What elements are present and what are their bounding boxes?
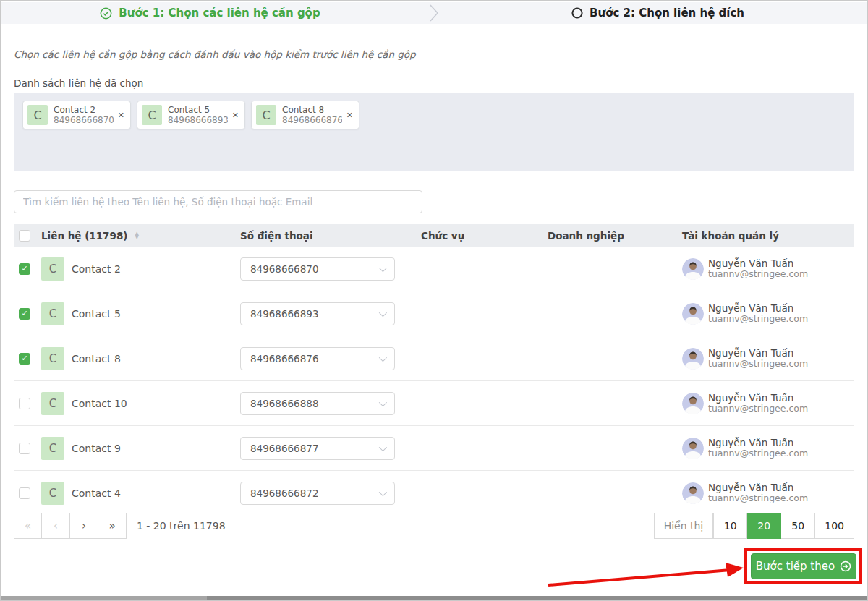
phone-value: 84968666872	[250, 487, 318, 499]
empty-circle-icon	[571, 7, 583, 19]
chip-contact-name: Contact 8	[282, 105, 342, 115]
checkbox-cell	[14, 487, 41, 499]
table-row: CContact 1084968666888Nguyễn Văn Tuấntua…	[14, 381, 854, 426]
account-name: Nguyễn Văn Tuấn	[708, 482, 808, 493]
prev-page-button[interactable]: ‹	[42, 513, 70, 539]
contact-avatar: C	[256, 105, 276, 125]
account-name: Nguyễn Văn Tuấn	[708, 438, 808, 448]
table-row: ✓CContact 884968666876Nguyễn Văn Tuấntua…	[14, 336, 854, 381]
step-2-tab[interactable]: Bước 2: Chọn liên hệ đích	[448, 7, 867, 20]
checkbox-cell	[14, 443, 41, 454]
account-name: Nguyễn Văn Tuấn	[708, 348, 808, 359]
phone-cell: 84968666893	[240, 302, 421, 325]
phone-value: 84968666888	[250, 398, 318, 409]
phone-select[interactable]: 84968666872	[240, 482, 395, 505]
remove-chip-button[interactable]: ✕	[118, 111, 124, 120]
checkbox-cell: ✓	[14, 263, 41, 275]
pagination-bar: « ‹ › » 1 - 20 trên 11798 Hiển thị 10205…	[1, 512, 867, 539]
contact-name: Contact 5	[72, 308, 121, 320]
account-cell: Nguyễn Văn Tuấntuannv@stringee.com	[671, 482, 854, 504]
header-company: Doanh nghiệp	[548, 230, 671, 242]
step-1-tab[interactable]: Bước 1: Chọn các liên hệ cần gộp	[1, 7, 420, 20]
account-email: tuannv@stringee.com	[708, 359, 808, 369]
instruction-text: Chọn các liên hệ cần gộp bằng cách đánh …	[14, 48, 854, 60]
account-email: tuannv@stringee.com	[708, 269, 808, 279]
contact-name: Contact 9	[72, 443, 121, 454]
contact-name: Contact 10	[72, 398, 127, 409]
sort-icon[interactable]: ▲▼	[135, 232, 138, 239]
phone-select[interactable]: 84968666893	[240, 302, 395, 325]
search-input[interactable]	[14, 190, 422, 213]
account-text: Nguyễn Văn Tuấntuannv@stringee.com	[708, 258, 808, 279]
row-checkbox[interactable]: ✓	[19, 263, 30, 275]
row-checkbox[interactable]	[19, 443, 30, 454]
page-size-100[interactable]: 100	[815, 513, 854, 539]
next-step-button[interactable]: Bước tiếp theo	[751, 553, 856, 579]
account-avatar	[682, 482, 704, 504]
row-checkbox[interactable]	[19, 398, 30, 409]
phone-cell: 84968666888	[240, 392, 421, 415]
table-row: CContact 984968666877Nguyễn Văn Tuấntuan…	[14, 426, 854, 471]
chip-contact-phone: 84968666870	[54, 115, 114, 125]
steps-divider-chevron-icon	[420, 4, 448, 22]
chip-info: Contact 884968666876	[282, 105, 342, 125]
annotation-arrow	[540, 558, 757, 591]
account-name: Nguyễn Văn Tuấn	[708, 303, 808, 314]
contact-avatar: C	[41, 302, 64, 325]
selected-contact-chip: CContact 284968666870✕	[22, 101, 131, 129]
contact-cell: CContact 9	[41, 437, 240, 460]
chip-contact-phone: 84968666893	[168, 115, 228, 125]
contact-name: Contact 4	[72, 487, 121, 499]
selected-contact-chip: CContact 584968666893✕	[137, 101, 245, 129]
page-size-20[interactable]: 20	[747, 513, 781, 539]
row-checkbox[interactable]: ✓	[19, 353, 30, 365]
phone-value: 84968666870	[250, 263, 318, 275]
table-row: CContact 484968666872Nguyễn Văn Tuấntuan…	[14, 471, 854, 516]
merge-contacts-wizard: Bước 1: Chọn các liên hệ cần gộp Bước 2:…	[0, 0, 868, 601]
remove-chip-button[interactable]: ✕	[346, 111, 353, 120]
chip-info: Contact 284968666870	[54, 105, 114, 125]
page-size-10[interactable]: 10	[713, 513, 747, 539]
phone-select[interactable]: 84968666876	[240, 347, 395, 370]
contacts-table: Liên hệ (11798) ▲▼ Số điện thoại Chức vụ…	[14, 224, 854, 516]
chevron-down-icon	[379, 263, 387, 271]
selected-contact-chip: CContact 884968666876✕	[251, 101, 359, 129]
phone-select[interactable]: 84968666870	[240, 257, 395, 281]
row-checkbox[interactable]	[19, 487, 30, 499]
account-cell: Nguyễn Văn Tuấntuannv@stringee.com	[671, 303, 854, 325]
chevron-down-icon	[379, 398, 387, 406]
contact-avatar: C	[41, 392, 64, 415]
header-contact: Liên hệ (11798)	[41, 230, 127, 242]
contact-name: Contact 2	[72, 263, 121, 275]
contact-cell: CContact 4	[41, 482, 240, 505]
account-text: Nguyễn Văn Tuấntuannv@stringee.com	[708, 482, 808, 503]
page-size-50[interactable]: 50	[781, 513, 815, 539]
contact-avatar: C	[41, 257, 64, 281]
next-step-label: Bước tiếp theo	[756, 560, 835, 573]
search-wrap	[14, 190, 854, 213]
chevron-down-icon	[379, 308, 387, 316]
step-2-label: Bước 2: Chọn liên hệ đích	[590, 7, 744, 20]
last-page-button[interactable]: »	[98, 513, 127, 539]
header-phone: Số điện thoại	[240, 230, 421, 242]
phone-value: 84968666893	[250, 308, 318, 320]
account-avatar	[682, 303, 704, 325]
chevron-down-icon	[379, 353, 387, 361]
row-checkbox[interactable]: ✓	[19, 308, 30, 320]
phone-cell: 84968666870	[240, 257, 421, 281]
account-text: Nguyễn Văn Tuấntuannv@stringee.com	[708, 348, 808, 369]
contact-cell: CContact 10	[41, 392, 240, 415]
table-row: ✓CContact 284968666870Nguyễn Văn Tuấntua…	[14, 247, 854, 291]
header-account: Tài khoản quản lý	[671, 230, 854, 242]
phone-select[interactable]: 84968666877	[240, 437, 395, 460]
account-email: tuannv@stringee.com	[708, 493, 808, 503]
first-page-button[interactable]: «	[14, 513, 42, 539]
phone-select[interactable]: 84968666888	[240, 392, 395, 415]
select-all-checkbox[interactable]	[19, 230, 30, 242]
bottom-edge-strip	[1, 596, 867, 600]
remove-chip-button[interactable]: ✕	[232, 111, 239, 120]
next-page-button[interactable]: ›	[70, 513, 98, 539]
selected-list-label: Danh sách liên hệ đã chọn	[14, 77, 854, 89]
account-text: Nguyễn Văn Tuấntuannv@stringee.com	[708, 303, 808, 324]
contact-avatar: C	[41, 437, 64, 460]
